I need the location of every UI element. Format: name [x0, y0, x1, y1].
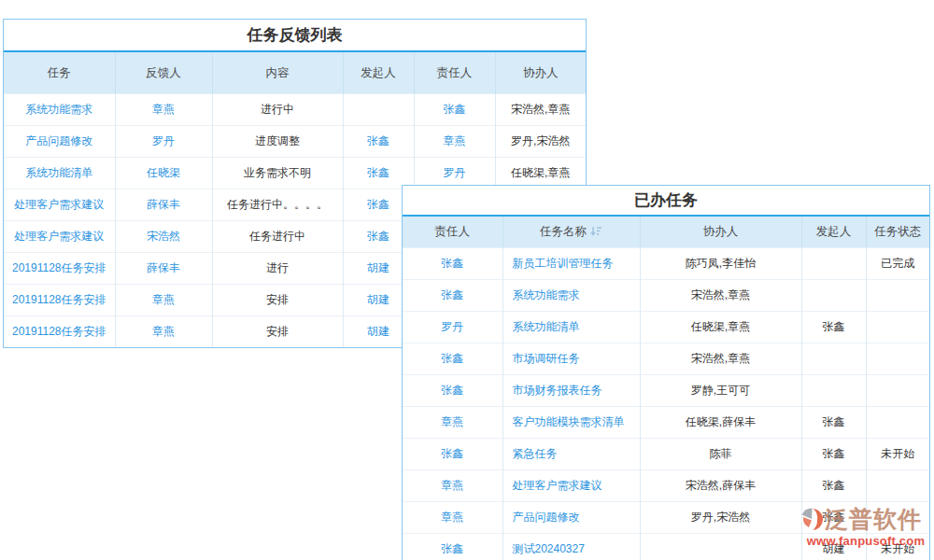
cell-text: 罗丹,宋浩然: [495, 126, 586, 158]
cell-link[interactable]: 章燕: [403, 407, 502, 439]
table-row: 系统功能需求章燕进行中张鑫宋浩然,章燕: [4, 94, 586, 126]
cell-text: 进行中: [212, 94, 343, 126]
column-header-task-status: 任务状态: [866, 217, 929, 248]
cell-link[interactable]: 罗丹: [115, 126, 212, 158]
column-header-content: 内容: [212, 52, 343, 94]
sort-amount-icon[interactable]: [590, 225, 602, 237]
column-header-assistant: 协办人: [495, 52, 586, 94]
column-header-responsible: 责任人: [403, 217, 502, 248]
cell-link[interactable]: 产品问题修改: [4, 126, 115, 158]
cell-text: 陈巧凤,李佳怡: [640, 248, 801, 280]
cell-text: [343, 94, 414, 126]
done-header-row: 责任人 任务名称 协办人 发起人 任务状态: [403, 217, 929, 248]
cell-link[interactable]: 章燕: [414, 126, 495, 158]
cell-text: 安排: [212, 316, 343, 348]
cell-link[interactable]: 张鑫: [403, 534, 502, 560]
column-header-task-name[interactable]: 任务名称: [502, 217, 640, 248]
cell-text: [801, 375, 866, 407]
cell-link[interactable]: 20191128任务安排: [4, 253, 115, 285]
cell-link[interactable]: 张鑫: [403, 280, 502, 312]
cell-link[interactable]: 薛保丰: [115, 253, 212, 285]
cell-link[interactable]: 系统功能清单: [4, 158, 115, 189]
cell-text: [640, 534, 801, 560]
cell-link[interactable]: 市场财务报表任务: [502, 375, 640, 407]
cell-text: 张鑫: [801, 407, 866, 439]
table-row: 罗丹系统功能清单任晓渠,章燕张鑫: [403, 312, 929, 343]
done-table: 责任人 任务名称 协办人 发起人 任务状态 张鑫新员工培训管理任务陈巧凤,李佳怡…: [403, 217, 929, 560]
cell-text: 任晓渠,薛保丰: [640, 407, 801, 439]
cell-link[interactable]: 张鑫: [403, 343, 502, 375]
cell-link[interactable]: 处理客户需求建议: [502, 470, 640, 502]
done-tasks-panel: 已办任务 责任人 任务名称 协办人 发起人 任务状态 张鑫新员工培训管理任务陈巧…: [402, 185, 930, 560]
cell-text: 安排: [212, 285, 343, 316]
column-header-assistant: 协办人: [640, 217, 801, 248]
column-header-responsible: 责任人: [414, 52, 495, 94]
column-header-initiator: 发起人: [801, 217, 866, 248]
cell-text: 未开始: [866, 439, 929, 470]
cell-link[interactable]: 处理客户需求建议: [4, 221, 115, 253]
cell-text: [801, 280, 866, 312]
cell-link[interactable]: 产品问题修改: [502, 502, 640, 534]
cell-text: [866, 470, 929, 502]
column-header-task: 任务: [4, 52, 115, 94]
cell-link[interactable]: 章燕: [115, 316, 212, 348]
cell-text: [801, 343, 866, 375]
cell-text: 宋浩然,章燕: [495, 94, 586, 126]
cell-link[interactable]: 宋浩然: [115, 221, 212, 253]
cell-text: 宋浩然,章燕: [640, 343, 801, 375]
cell-link[interactable]: 系统功能需求: [502, 280, 640, 312]
table-row: 张鑫市场财务报表任务罗静,王可可: [403, 375, 929, 407]
table-row: 张鑫新员工培训管理任务陈巧凤,李佳怡已完成: [403, 248, 929, 280]
cell-text: [866, 375, 929, 407]
cell-text: 陈菲: [640, 439, 801, 470]
cell-link[interactable]: 张鑫: [403, 375, 502, 407]
cell-link[interactable]: 客户功能模块需求清单: [502, 407, 640, 439]
cell-link[interactable]: 章燕: [115, 285, 212, 316]
table-row: 张鑫测试20240327胡建未开始: [403, 534, 929, 560]
cell-text: 罗丹,宋浩然: [640, 502, 801, 534]
cell-link[interactable]: 罗丹: [403, 312, 502, 343]
cell-link[interactable]: 章燕: [403, 502, 502, 534]
done-table-body: 张鑫新员工培训管理任务陈巧凤,李佳怡已完成张鑫系统功能需求宋浩然,章燕罗丹系统功…: [403, 248, 929, 560]
cell-link[interactable]: 章燕: [403, 470, 502, 502]
cell-text: 宋浩然,薛保丰: [640, 470, 801, 502]
cell-link[interactable]: 系统功能需求: [4, 94, 115, 126]
cell-link[interactable]: 张鑫: [403, 439, 502, 470]
cell-link[interactable]: 张鑫: [343, 126, 414, 158]
cell-link[interactable]: 紧急任务: [502, 439, 640, 470]
cell-link[interactable]: 系统功能清单: [502, 312, 640, 343]
cell-link[interactable]: 市场调研任务: [502, 343, 640, 375]
cell-text: 张鑫: [801, 502, 866, 534]
cell-text: [866, 312, 929, 343]
cell-link[interactable]: 薛保丰: [115, 189, 212, 221]
table-row: 章燕处理客户需求建议宋浩然,薛保丰张鑫: [403, 470, 929, 502]
cell-text: 已完成: [866, 248, 929, 280]
cell-text: 未开始: [866, 534, 929, 560]
table-row: 张鑫市场调研任务宋浩然,章燕: [403, 343, 929, 375]
cell-text: 张鑫: [801, 470, 866, 502]
cell-text: 罗静,王可可: [640, 375, 801, 407]
cell-text: [801, 248, 866, 280]
done-panel-title: 已办任务: [403, 186, 929, 217]
cell-link[interactable]: 任晓渠: [115, 158, 212, 189]
cell-link[interactable]: 张鑫: [414, 94, 495, 126]
cell-link[interactable]: 20191128任务安排: [4, 285, 115, 316]
table-row: 产品问题修改罗丹进度调整张鑫章燕罗丹,宋浩然: [4, 126, 586, 158]
cell-text: [866, 502, 929, 534]
cell-link[interactable]: 张鑫: [403, 248, 502, 280]
cell-text: 业务需求不明: [212, 158, 343, 189]
cell-link[interactable]: 章燕: [115, 94, 212, 126]
table-row: 章燕客户功能模块需求清单任晓渠,薛保丰张鑫: [403, 407, 929, 439]
cell-link[interactable]: 测试20240327: [502, 534, 640, 560]
cell-text: 进行: [212, 253, 343, 285]
cell-text: [866, 280, 929, 312]
cell-text: 张鑫: [801, 312, 866, 343]
cell-text: 宋浩然,章燕: [640, 280, 801, 312]
cell-link[interactable]: 20191128任务安排: [4, 316, 115, 348]
column-header-initiator: 发起人: [343, 52, 414, 94]
cell-link[interactable]: 处理客户需求建议: [4, 189, 115, 221]
cell-text: 胡建: [801, 534, 866, 560]
cell-text: 任务进行中: [212, 221, 343, 253]
feedback-header-row: 任务 反馈人 内容 发起人 责任人 协办人: [4, 52, 586, 94]
cell-link[interactable]: 新员工培训管理任务: [502, 248, 640, 280]
